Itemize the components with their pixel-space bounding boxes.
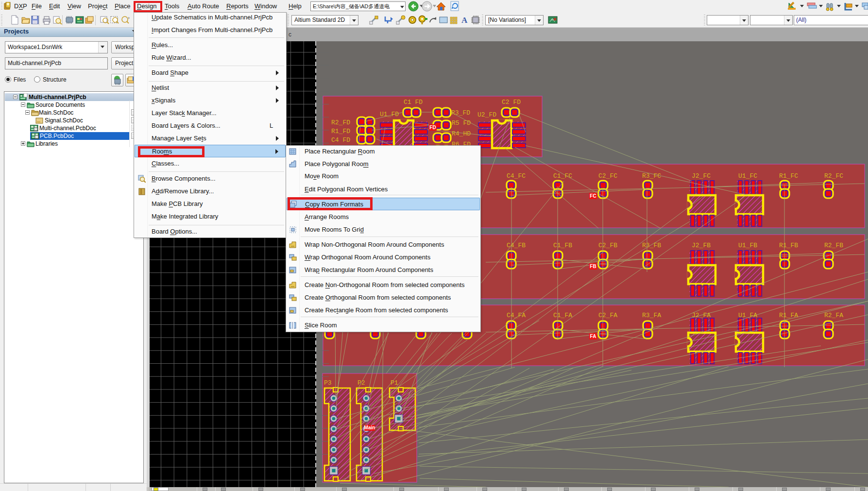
svg-text:R4_HD: R4_HD <box>452 130 471 137</box>
svg-text:FD: FD <box>429 125 436 130</box>
svg-text:P2: P2 <box>357 379 365 387</box>
svg-text:R3_FA: R3_FA <box>642 312 661 319</box>
svg-text:R1_FC: R1_FC <box>779 172 798 180</box>
svg-text:R1_FA: R1_FA <box>779 312 798 319</box>
svg-text:C4_FA: C4_FA <box>507 312 526 319</box>
svg-text:P3: P3 <box>324 379 332 387</box>
svg-text:P1: P1 <box>391 379 398 387</box>
svg-text:FB: FB <box>590 264 596 269</box>
svg-text:R3_FD: R3_FD <box>451 109 470 117</box>
svg-text:FA: FA <box>590 334 596 339</box>
svg-text:J2_FC: J2_FC <box>692 172 711 180</box>
svg-text:C1_FA: C1_FA <box>553 312 572 319</box>
svg-text:R3_FC: R3_FC <box>642 172 661 180</box>
svg-text:R1_FB: R1_FB <box>779 242 798 249</box>
svg-text:R2_FB: R2_FB <box>824 242 843 249</box>
svg-text:U1_FB: U1_FB <box>738 242 757 249</box>
svg-text:U2_FD: U2_FD <box>477 111 496 119</box>
svg-text:C1 FD: C1 FD <box>404 99 423 106</box>
svg-text:R2_FD: R2_FD <box>331 119 350 126</box>
svg-text:J2_FB: J2_FB <box>692 242 711 249</box>
svg-text:C4 FD: C4 FD <box>331 136 350 144</box>
svg-text:J2_FA: J2_FA <box>692 312 711 319</box>
svg-text:C2 FD: C2 FD <box>502 99 521 106</box>
svg-text:C2_FA: C2_FA <box>598 312 617 319</box>
svg-text:C1_FC: C1_FC <box>553 172 572 180</box>
svg-text:R5 FD: R5 FD <box>452 119 471 127</box>
svg-text:R2_FC: R2_FC <box>824 172 843 180</box>
svg-text:Main: Main <box>364 425 375 430</box>
svg-text:U1_FC: U1_FC <box>738 172 757 180</box>
svg-text:U1_FD: U1_FD <box>380 111 399 118</box>
svg-text:FC: FC <box>590 193 596 199</box>
svg-text:C1_FB: C1_FB <box>553 242 572 249</box>
svg-text:C4_FC: C4_FC <box>507 172 526 180</box>
svg-text:R1_FD: R1_FD <box>331 128 350 135</box>
svg-text:U1_FA: U1_FA <box>738 312 757 319</box>
svg-text:A: A <box>461 16 468 25</box>
svg-text:C4_FB: C4_FB <box>507 242 526 249</box>
svg-text:C2_FC: C2_FC <box>598 172 617 180</box>
svg-text:R2_FA: R2_FA <box>824 312 843 319</box>
svg-text:C2_FB: C2_FB <box>598 242 617 249</box>
svg-text:R3_FB: R3_FB <box>642 242 661 249</box>
